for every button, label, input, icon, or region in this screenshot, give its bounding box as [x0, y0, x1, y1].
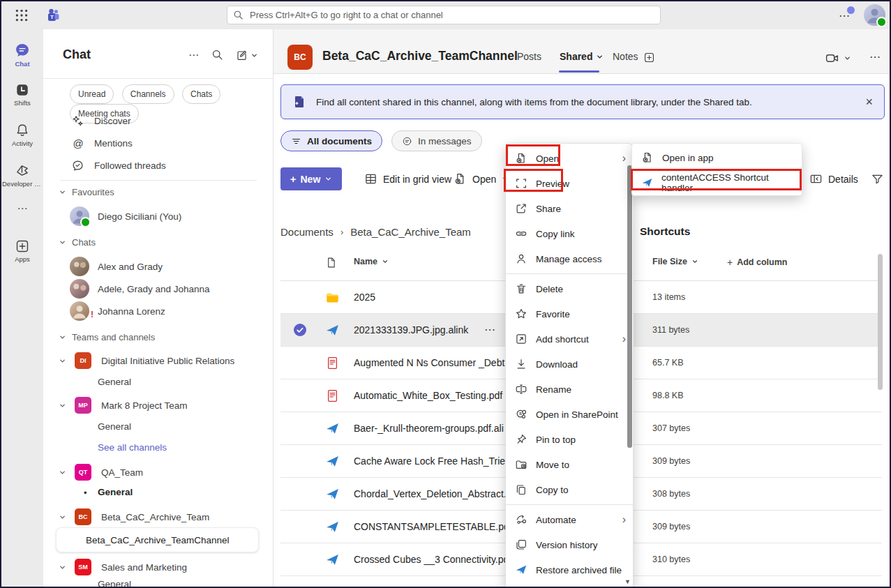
alink-plane-icon: [325, 520, 340, 534]
breadcrumb: Documents › Beta_CaC_Archive_Team: [280, 226, 471, 238]
global-search[interactable]: [227, 6, 661, 24]
channel-general[interactable]: General: [98, 421, 131, 432]
tab-notes[interactable]: Notes: [613, 51, 638, 62]
menu-item-pin-to-top[interactable]: Pin to top: [506, 427, 633, 452]
pill-unread[interactable]: Unread: [70, 84, 114, 104]
open-button[interactable]: Open: [454, 167, 509, 190]
banner-text: Find all content shared in this channel,…: [316, 97, 855, 107]
selected-check-icon[interactable]: [293, 323, 307, 337]
menu-item-open[interactable]: Open›: [506, 146, 633, 171]
sidebar-item-followed-threads[interactable]: Followed threads: [43, 155, 274, 176]
meet-button[interactable]: [825, 51, 851, 66]
row-more-icon[interactable]: ⋯: [484, 323, 495, 336]
list-scrollbar[interactable]: [878, 254, 883, 390]
tab-shared[interactable]: Shared: [560, 51, 604, 62]
rail-item-developer-portal[interactable]: Developer P...: [1, 163, 43, 188]
close-icon[interactable]: ×: [865, 95, 873, 110]
filter-funnel-icon[interactable]: [871, 172, 884, 186]
channel-general-unread[interactable]: General: [98, 487, 133, 497]
pill-channels[interactable]: Channels: [122, 84, 174, 104]
menu-item-automate[interactable]: Automate›: [506, 507, 633, 532]
menu-item-add-shortcut[interactable]: Add shortcut›: [506, 326, 633, 352]
menu-item-preview[interactable]: Preview: [506, 171, 633, 196]
breadcrumb-sep: ›: [340, 227, 343, 237]
divider: [43, 78, 274, 79]
channel-more-icon[interactable]: ⋯: [869, 50, 881, 63]
edit-grid-view-button[interactable]: Edit in grid view: [364, 167, 451, 190]
rail-item-shifts[interactable]: Shifts: [1, 82, 43, 107]
filter-in-messages[interactable]: In messages: [391, 130, 482, 151]
see-all-channels-link[interactable]: See all channels: [98, 442, 167, 453]
menu-item-edit-in-grid-view[interactable]: Edit in grid view: [506, 582, 633, 588]
followed-threads-icon: [71, 159, 85, 172]
new-chat-icon[interactable]: [236, 49, 258, 61]
rail-item-chat[interactable]: Chat: [1, 42, 43, 68]
menu-item-favorite[interactable]: Favorite: [506, 301, 633, 326]
breadcrumb-folder[interactable]: Beta_CaC_Archive_Team: [350, 226, 471, 238]
channel-avatar: BC: [287, 45, 313, 70]
team-beta-cac-archive[interactable]: BC Beta_CaC_Archive_Team: [43, 506, 274, 527]
teams-logo-icon: T: [45, 7, 61, 24]
folder-icon: [325, 290, 340, 305]
menu-item-rename[interactable]: Rename: [506, 377, 633, 402]
add-tab-icon[interactable]: [643, 52, 655, 63]
chat-item-alex-grady[interactable]: Alex and Grady: [43, 255, 274, 278]
team-mark8[interactable]: MP Mark 8 Project Team: [43, 395, 274, 416]
team-qa[interactable]: QT QA_Team: [43, 462, 274, 483]
sparkle-icon: [71, 114, 85, 128]
chat-item-adele-grady-johanna[interactable]: Adele, Grady and Johanna: [43, 278, 274, 300]
menu-item-manage-access[interactable]: Manage access: [506, 246, 633, 271]
unread-dot: •: [84, 488, 87, 498]
pill-chats[interactable]: Chats: [182, 84, 220, 104]
menu-divider: [506, 504, 633, 505]
sidebar-item-discover[interactable]: Discover: [43, 110, 274, 131]
menu-scroll-down-icon[interactable]: ▼: [624, 578, 631, 585]
menu-item-restore-archived-file[interactable]: Restore archived file: [506, 557, 633, 582]
rail-more-icon[interactable]: ⋯: [1, 205, 43, 212]
user-avatar[interactable]: [864, 4, 885, 26]
menu-item-open-in-sharepoint[interactable]: S Open in SharePoint: [506, 402, 633, 427]
filter-all-documents[interactable]: All documents: [280, 130, 382, 151]
menu-item-download[interactable]: Download: [506, 352, 633, 377]
column-name[interactable]: Name: [354, 257, 389, 266]
menu-item-move-to[interactable]: Move to: [506, 452, 633, 477]
menu-item-copy-to[interactable]: Copy to: [506, 477, 633, 502]
at-icon: @: [71, 137, 85, 149]
submenu-item-contentaccess-shortcut-handler[interactable]: contentACCESS Shortcut handler: [632, 170, 802, 195]
team-digital-initiative[interactable]: DI Digital Initiative Public Relations: [43, 350, 274, 371]
channel-general[interactable]: General: [98, 377, 131, 387]
add-column-button[interactable]: + Add column: [727, 257, 787, 268]
menu-item-version-history[interactable]: Version history: [506, 532, 633, 557]
channel-beta-cac-selected[interactable]: Beta_CaC_Archive_TeamChannel: [56, 527, 259, 552]
chat-item-johanna-lorenz[interactable]: ! Johanna Lorenz: [43, 300, 274, 322]
team-sales-marketing[interactable]: SM Sales and Marketing: [43, 557, 274, 578]
menu-scrollbar[interactable]: [627, 165, 632, 448]
breadcrumb-documents[interactable]: Documents: [280, 226, 334, 238]
menu-item-share[interactable]: Share: [506, 196, 633, 221]
new-button[interactable]: + New: [280, 167, 342, 190]
info-banner: Find all content shared in this channel,…: [280, 84, 885, 119]
divider: [60, 180, 257, 181]
details-button[interactable]: Details: [809, 167, 858, 190]
column-file-type[interactable]: [325, 257, 337, 269]
section-teams-and-channels[interactable]: Teams and channels: [59, 332, 155, 342]
chat-search-icon[interactable]: [211, 49, 223, 61]
chat-item-diego[interactable]: Diego Siciliani (You): [43, 205, 274, 227]
column-file-size[interactable]: File Size: [652, 257, 698, 266]
pdf-icon: [325, 356, 340, 370]
menu-item-copy-link[interactable]: Copy link: [506, 221, 633, 246]
section-chats[interactable]: Chats: [59, 237, 96, 248]
channel-general[interactable]: General: [98, 579, 131, 588]
submenu-item-open-in-app[interactable]: Open in app: [632, 145, 802, 170]
team-avatar: QT: [75, 464, 91, 481]
rail-item-apps[interactable]: Apps: [1, 239, 43, 263]
svg-text:S: S: [519, 412, 522, 416]
section-favourites[interactable]: Favourites: [59, 187, 114, 197]
waffle-menu-icon[interactable]: [14, 8, 29, 23]
tab-posts[interactable]: Posts: [517, 51, 541, 62]
rail-item-activity[interactable]: Activity: [1, 123, 43, 147]
menu-item-delete[interactable]: Delete: [506, 276, 633, 301]
chat-filter-more-icon[interactable]: ⋯: [188, 49, 199, 61]
search-input[interactable]: [248, 9, 654, 21]
sidebar-item-mentions[interactable]: @ Mentions: [43, 133, 274, 153]
